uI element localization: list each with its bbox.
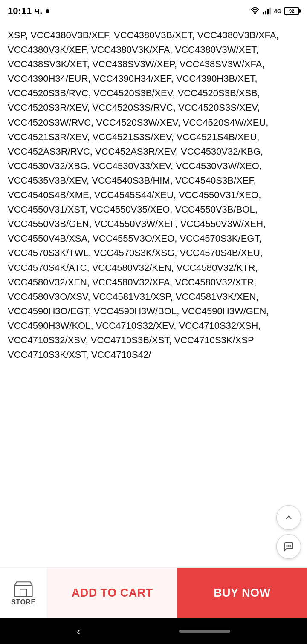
store-button[interactable]: STORE xyxy=(0,568,47,618)
signal-icon xyxy=(262,6,272,16)
home-indicator[interactable] xyxy=(179,630,230,632)
svg-rect-9 xyxy=(20,589,27,596)
chat-icon xyxy=(284,541,294,552)
nav-bar: ‹ xyxy=(0,618,307,644)
svg-rect-4 xyxy=(269,8,271,15)
svg-point-6 xyxy=(287,546,287,546)
back-button[interactable]: ‹ xyxy=(77,625,81,638)
battery-indicator: 92 xyxy=(284,7,299,15)
add-to-cart-button[interactable]: ADD TO CART xyxy=(47,568,177,618)
svg-point-7 xyxy=(290,546,291,546)
notification-dot xyxy=(46,9,49,13)
svg-point-5 xyxy=(288,546,289,546)
status-right: 4G 92 xyxy=(250,6,299,16)
action-bar: STORE ADD TO CART BUY NOW xyxy=(0,567,307,618)
status-left: 10:11 ч. xyxy=(8,6,49,17)
chevron-up-icon xyxy=(284,512,294,523)
svg-rect-8 xyxy=(14,585,32,597)
scroll-up-button[interactable] xyxy=(276,505,301,530)
svg-rect-1 xyxy=(263,12,264,15)
4g-label: 4G xyxy=(274,8,281,14)
store-icon xyxy=(13,581,34,597)
compatibility-text: XSP, VCC4380V3B/XEF, VCC4380V3B/XET, VCC… xyxy=(8,28,299,362)
float-buttons xyxy=(276,505,301,559)
svg-rect-2 xyxy=(265,11,266,14)
content-area: XSP, VCC4380V3B/XEF, VCC4380V3B/XET, VCC… xyxy=(0,22,307,567)
status-bar: 10:11 ч. 4G 92 xyxy=(0,0,307,22)
svg-point-0 xyxy=(254,13,255,14)
svg-rect-3 xyxy=(267,9,269,14)
store-label: STORE xyxy=(11,598,35,606)
wifi-icon xyxy=(250,6,260,16)
time-display: 10:11 ч. xyxy=(8,6,42,17)
buy-now-button[interactable]: BUY NOW xyxy=(177,568,307,618)
chat-button[interactable] xyxy=(276,534,301,559)
